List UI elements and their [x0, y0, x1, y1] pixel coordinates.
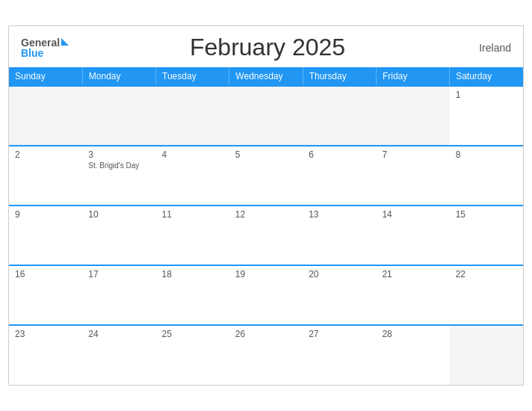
calendar-day-cell: 16: [9, 265, 82, 325]
day-number: 4: [162, 149, 223, 160]
day-number: 6: [309, 149, 370, 160]
calendar-day-cell: 9: [9, 206, 82, 265]
calendar-day-cell: 19: [229, 265, 303, 325]
day-number: 1: [456, 90, 517, 100]
day-number: 19: [235, 269, 297, 279]
day-number: 7: [382, 149, 443, 160]
day-number: 24: [88, 329, 149, 339]
calendar-day-cell: 5: [229, 146, 303, 206]
calendar-day-cell: 23: [9, 325, 82, 385]
calendar-day-cell: 13: [303, 206, 376, 265]
calendar-title: February 2025: [69, 34, 466, 61]
calendar-day-cell: 11: [156, 206, 229, 265]
calendar-week-row: 9101112131415: [9, 206, 523, 265]
day-number: 20: [309, 269, 370, 279]
calendar-day-cell: [229, 86, 303, 146]
weekday-header-monday: Monday: [82, 67, 155, 86]
calendar-day-cell: 28: [376, 325, 449, 385]
calendar-day-cell: 3St. Brigid's Day: [82, 146, 155, 206]
day-number: 14: [382, 209, 443, 220]
day-number: 16: [15, 269, 76, 279]
calendar-day-cell: [303, 86, 376, 146]
weekday-header-thursday: Thursday: [303, 67, 376, 86]
calendar-day-cell: 1: [450, 86, 523, 146]
weekday-header-tuesday: Tuesday: [156, 67, 229, 86]
calendar-week-row: 16171819202122: [9, 265, 523, 325]
calendar-day-cell: 20: [303, 265, 376, 325]
day-number: 12: [235, 209, 297, 220]
calendar-day-cell: [376, 86, 449, 146]
country-label: Ireland: [466, 42, 511, 54]
day-number: 8: [456, 149, 517, 160]
day-number: 10: [88, 209, 149, 220]
calendar-day-cell: 21: [376, 265, 449, 325]
calendar-thead: SundayMondayTuesdayWednesdayThursdayFrid…: [9, 67, 523, 86]
calendar-day-cell: 4: [156, 146, 229, 206]
day-number: 27: [309, 329, 370, 339]
day-number: 28: [382, 329, 443, 339]
day-number: 22: [456, 269, 517, 279]
weekday-header-row: SundayMondayTuesdayWednesdayThursdayFrid…: [9, 67, 523, 86]
calendar-day-cell: 26: [229, 325, 303, 385]
calendar-day-cell: 14: [376, 206, 449, 265]
calendar-day-cell: 17: [82, 265, 155, 325]
calendar-table: SundayMondayTuesdayWednesdayThursdayFrid…: [9, 67, 523, 385]
calendar-day-cell: 7: [376, 146, 449, 206]
day-number: 15: [456, 209, 517, 220]
day-number: 9: [15, 209, 76, 220]
calendar-day-cell: 15: [450, 206, 523, 265]
day-number: 18: [162, 269, 223, 279]
day-number: 5: [235, 149, 297, 160]
day-number: 2: [15, 149, 76, 160]
day-number: 17: [88, 269, 149, 279]
calendar-day-cell: [82, 86, 155, 146]
day-number: 3: [88, 149, 149, 160]
weekday-header-saturday: Saturday: [450, 67, 523, 86]
day-number: 23: [15, 329, 76, 339]
calendar-day-cell: 8: [450, 146, 523, 206]
day-number: 26: [235, 329, 297, 339]
day-number: 13: [309, 209, 370, 220]
calendar-day-cell: 27: [303, 325, 376, 385]
calendar-week-row: 1: [9, 86, 523, 146]
logo-triangle-icon: [61, 38, 69, 46]
calendar-body: 123St. Brigid's Day456789101112131415161…: [9, 86, 523, 385]
calendar-day-cell: 6: [303, 146, 376, 206]
calendar: General Blue February 2025 Ireland Sunda…: [8, 25, 524, 386]
calendar-day-cell: 25: [156, 325, 229, 385]
logo: General Blue: [21, 37, 69, 58]
calendar-day-cell: [450, 325, 523, 385]
calendar-header: General Blue February 2025 Ireland: [9, 26, 523, 67]
calendar-day-cell: 18: [156, 265, 229, 325]
calendar-week-row: 23St. Brigid's Day45678: [9, 146, 523, 206]
calendar-week-row: 232425262728: [9, 325, 523, 385]
calendar-day-cell: [156, 86, 229, 146]
calendar-day-cell: 2: [9, 146, 82, 206]
weekday-header-friday: Friday: [376, 67, 449, 86]
day-number: 25: [162, 329, 223, 339]
logo-general: General: [21, 37, 60, 48]
day-number: 11: [162, 209, 223, 220]
calendar-day-cell: 10: [82, 206, 155, 265]
calendar-day-cell: [9, 86, 82, 146]
calendar-day-cell: 24: [82, 325, 155, 385]
calendar-day-cell: 22: [450, 265, 523, 325]
holiday-label: St. Brigid's Day: [88, 161, 149, 170]
logo-blue: Blue: [21, 48, 69, 58]
calendar-day-cell: 12: [229, 206, 303, 265]
weekday-header-sunday: Sunday: [9, 67, 82, 86]
day-number: 21: [382, 269, 443, 279]
weekday-header-wednesday: Wednesday: [229, 67, 303, 86]
